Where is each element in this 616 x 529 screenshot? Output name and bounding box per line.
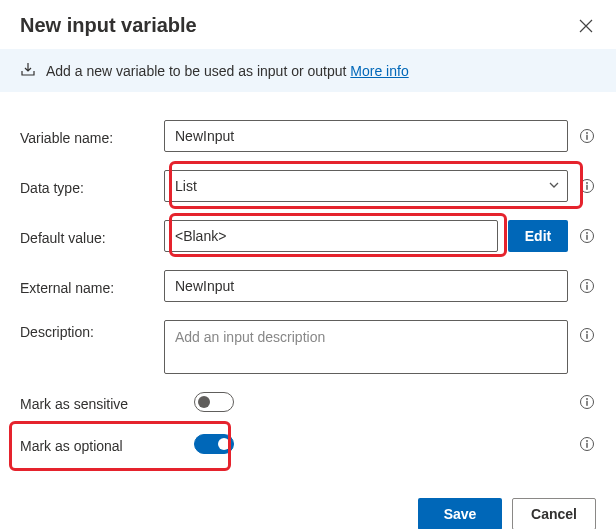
svg-rect-20 — [586, 443, 587, 448]
label-data-type: Data type: — [20, 176, 154, 196]
label-description: Description: — [20, 320, 154, 340]
info-icon-variable-name[interactable] — [578, 127, 596, 145]
banner-text: Add a new variable to be used as input o… — [46, 63, 409, 79]
info-icon-external-name[interactable] — [578, 277, 596, 295]
svg-rect-8 — [586, 235, 587, 240]
svg-point-4 — [586, 182, 588, 184]
svg-point-16 — [586, 398, 588, 400]
info-icon-mark-sensitive[interactable] — [578, 393, 596, 411]
description-input[interactable] — [164, 320, 568, 374]
info-icon-data-type[interactable] — [578, 177, 596, 195]
label-mark-optional: Mark as optional — [20, 434, 184, 454]
default-value-field — [164, 220, 498, 252]
import-icon — [20, 61, 36, 80]
external-name-input[interactable] — [164, 270, 568, 302]
svg-rect-2 — [586, 135, 587, 140]
info-icon-description[interactable] — [578, 326, 596, 344]
cancel-button[interactable]: Cancel — [512, 498, 596, 529]
label-external-name: External name: — [20, 276, 154, 296]
data-type-select[interactable] — [164, 170, 568, 202]
svg-point-13 — [586, 331, 588, 333]
more-info-link[interactable]: More info — [350, 63, 408, 79]
svg-point-7 — [586, 232, 588, 234]
close-button[interactable] — [576, 16, 596, 36]
svg-rect-17 — [586, 401, 587, 406]
svg-point-19 — [586, 440, 588, 442]
svg-point-10 — [586, 282, 588, 284]
label-variable-name: Variable name: — [20, 126, 154, 146]
label-default-value: Default value: — [20, 226, 154, 246]
mark-optional-toggle[interactable] — [194, 434, 234, 454]
form-body: Variable name: Data type: Default value: — [0, 92, 616, 484]
label-mark-sensitive: Mark as sensitive — [20, 392, 184, 412]
svg-rect-14 — [586, 334, 587, 339]
svg-rect-11 — [586, 285, 587, 290]
info-icon-default-value[interactable] — [578, 227, 596, 245]
svg-point-1 — [586, 132, 588, 134]
variable-name-input[interactable] — [164, 120, 568, 152]
dialog-title: New input variable — [20, 14, 197, 37]
info-banner: Add a new variable to be used as input o… — [0, 49, 616, 92]
save-button[interactable]: Save — [418, 498, 502, 529]
close-icon — [579, 19, 593, 33]
svg-rect-5 — [586, 185, 587, 190]
info-icon-mark-optional[interactable] — [578, 435, 596, 453]
edit-default-value-button[interactable]: Edit — [508, 220, 568, 252]
mark-sensitive-toggle[interactable] — [194, 392, 234, 412]
